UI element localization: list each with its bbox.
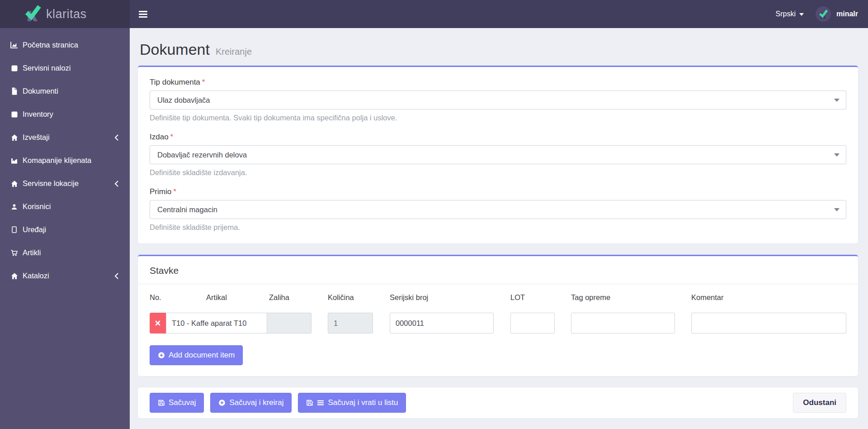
document-form-card: Tip dokumenta* Ulaz dobavljača Definišit… xyxy=(138,66,858,243)
user-menu[interactable]: minalr xyxy=(816,6,858,22)
field-label: Tip dokumenta* xyxy=(150,78,846,87)
selected-value: Dobavljač rezervnih delova xyxy=(157,151,247,159)
chevron-left-icon xyxy=(114,273,119,279)
caret-down-icon xyxy=(834,99,840,102)
column-kolicina: Količina xyxy=(328,293,373,302)
sidebar-item-label: Korisnici xyxy=(23,202,51,211)
save-icon xyxy=(306,399,313,406)
zaliha-field xyxy=(267,313,311,334)
serijski-broj-input[interactable] xyxy=(390,313,494,334)
file-icon xyxy=(10,87,19,95)
home-icon xyxy=(10,272,19,280)
column-serijski-broj: Serijski broj xyxy=(390,293,494,302)
cart-icon xyxy=(10,249,19,257)
language-label: Srpski xyxy=(776,10,796,18)
username: minalr xyxy=(836,10,858,18)
plus-circle-icon xyxy=(218,399,226,406)
sidebar-item-label: Izveštaji xyxy=(23,133,50,142)
sidebar-item-servisne-lokacije[interactable]: Servisne lokacije xyxy=(0,172,130,195)
add-document-item-button[interactable]: Add document item xyxy=(150,345,243,365)
sidebar-item-label: Artikli xyxy=(23,248,41,257)
field-helper-text: Definišite skladište prijema. xyxy=(150,223,846,232)
page-head: Dokument Kreiranje xyxy=(140,41,858,58)
klaritas-logo-icon xyxy=(24,4,42,24)
field-primio: Primio* Centralni magacin Definišite skl… xyxy=(150,187,846,232)
main-content: Dokument Kreiranje Tip dokumenta* Ulaz d… xyxy=(130,28,868,429)
column-no: No. xyxy=(150,293,166,302)
sidebar-item-servisni-nalozi[interactable]: Servisni nalozi xyxy=(0,57,130,80)
sidebar-item-uredjaji[interactable]: Uređaji xyxy=(0,218,130,241)
brand-name: klaritas xyxy=(46,7,87,21)
chevron-left-icon xyxy=(114,181,119,187)
sidebar-item-label: Uređaji xyxy=(23,225,46,234)
save-and-create-label: Sačuvaj i kreiraj xyxy=(229,398,283,407)
field-label: Izdao* xyxy=(150,133,846,142)
column-tag-opreme: Tag opreme xyxy=(571,293,675,302)
save-button-label: Sačuvaj xyxy=(169,398,196,407)
page-subtitle: Kreiranje xyxy=(216,47,252,57)
page-title: Dokument xyxy=(140,41,210,58)
delete-item-button[interactable] xyxy=(150,313,166,334)
sidebar-item-label: Početna stranica xyxy=(23,41,78,49)
save-icon xyxy=(158,399,165,406)
sidebar-item-artikli[interactable]: Artikli xyxy=(0,241,130,264)
sidebar-item-label: Katalozi xyxy=(23,272,49,280)
items-card: Stavke No. Artikal Zaliha Količina Serij… xyxy=(138,255,858,376)
primio-select[interactable]: Centralni magacin xyxy=(150,200,846,219)
save-and-create-button[interactable]: Sačuvaj i kreiraj xyxy=(210,393,292,413)
cancel-button[interactable]: Odustani xyxy=(793,393,846,413)
language-dropdown[interactable]: Srpski xyxy=(776,10,804,18)
column-komentar: Komentar xyxy=(691,293,846,302)
required-asterisk: * xyxy=(170,133,174,141)
sidebar-item-dokumenti[interactable]: Dokumenti xyxy=(0,80,130,103)
home-icon xyxy=(10,180,19,187)
plus-circle-icon xyxy=(158,352,165,359)
lot-input[interactable] xyxy=(510,313,555,334)
user-icon xyxy=(10,203,19,210)
caret-down-icon xyxy=(834,153,840,157)
izdao-select[interactable]: Dobavljač rezervnih delova xyxy=(150,145,846,164)
column-zaliha: Zaliha xyxy=(267,293,311,302)
field-helper-text: Definišite skladište izdavanja. xyxy=(150,168,846,177)
square-icon xyxy=(10,64,19,72)
save-and-back-label: Sačuvaj i vrati u listu xyxy=(328,398,398,407)
list-icon xyxy=(317,399,324,406)
chart-area-icon xyxy=(10,41,19,49)
brand[interactable]: klaritas xyxy=(0,0,130,28)
sidebar-item-korisnici[interactable]: Korisnici xyxy=(0,195,130,218)
column-lot: LOT xyxy=(510,293,555,302)
field-tip-dokumenta: Tip dokumenta* Ulaz dobavljača Definišit… xyxy=(150,78,846,122)
save-button[interactable]: Sačuvaj xyxy=(150,393,204,413)
save-and-back-to-list-button[interactable]: Sačuvaj i vrati u listu xyxy=(298,393,406,413)
column-artikal: Artikal xyxy=(166,293,267,302)
sidebar-item-label: Servisne lokacije xyxy=(23,179,79,188)
selected-value: Centralni magacin xyxy=(157,205,217,214)
sidebar-item-katalozi[interactable]: Katalozi xyxy=(0,264,130,287)
sidebar: Početna stranica Servisni nalozi Dokumen… xyxy=(0,28,130,429)
required-asterisk: * xyxy=(173,187,176,196)
sidebar-item-label: Inventory xyxy=(23,110,53,119)
chevron-left-icon xyxy=(114,134,119,141)
sidebar-item-komapanije-klijenata[interactable]: Komapanije klijenata xyxy=(0,149,130,172)
field-helper-text: Definišite tip dokumenta. Svaki tip doku… xyxy=(150,114,846,122)
tip-dokumenta-select[interactable]: Ulaz dobavljača xyxy=(150,91,846,110)
field-izdao: Izdao* Dobavljač rezervnih delova Defini… xyxy=(150,133,846,177)
table-row xyxy=(150,313,846,334)
kolicina-field xyxy=(328,313,373,334)
sidebar-item-inventory[interactable]: Inventory xyxy=(0,103,130,126)
field-label: Primio* xyxy=(150,187,846,196)
sidebar-item-izvestaji[interactable]: Izveštaji xyxy=(0,126,130,149)
items-section-title: Stavke xyxy=(138,256,858,284)
close-icon xyxy=(154,319,161,327)
home-icon xyxy=(10,133,19,141)
required-asterisk: * xyxy=(202,78,205,86)
komentar-input[interactable] xyxy=(691,313,846,334)
sidebar-item-label: Komapanije klijenata xyxy=(23,156,91,165)
cancel-button-label: Odustani xyxy=(803,398,836,407)
hamburger-menu-icon[interactable] xyxy=(139,5,157,23)
artikal-input[interactable] xyxy=(166,313,267,334)
caret-down-icon xyxy=(834,208,840,211)
sidebar-item-pocetna-stranica[interactable]: Početna stranica xyxy=(0,33,130,57)
items-table-header: No. Artikal Zaliha Količina Serijski bro… xyxy=(150,293,846,302)
tag-opreme-input[interactable] xyxy=(571,313,675,334)
